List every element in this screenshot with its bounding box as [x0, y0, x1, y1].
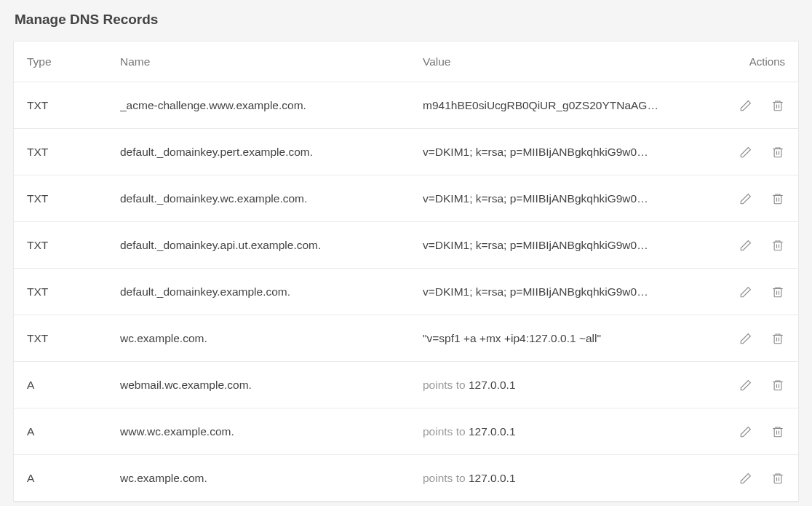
table-row: TXT default._domainkey.wc.example.com. v…	[14, 175, 798, 222]
svg-rect-5	[774, 335, 781, 343]
cell-type: A	[27, 425, 120, 438]
header-actions: Actions	[705, 55, 785, 68]
pencil-icon	[739, 425, 752, 438]
header-value: Value	[423, 55, 705, 68]
trash-icon	[771, 472, 784, 485]
value-main: v=DKIM1; k=rsa; p=MIIBIjANBgkqhkiG9w0…	[423, 285, 648, 298]
table-row: A www.wc.example.com. points to 127.0.0.…	[14, 408, 798, 455]
svg-rect-3	[774, 242, 781, 250]
value-main: 127.0.0.1	[469, 425, 516, 438]
cell-name: wc.example.com.	[120, 332, 423, 345]
svg-rect-1	[774, 149, 781, 157]
table-row: TXT _acme-challenge.www.example.com. m94…	[14, 82, 798, 129]
cell-actions	[705, 331, 785, 346]
cell-type: TXT	[27, 239, 120, 252]
delete-button[interactable]	[771, 145, 785, 159]
cell-actions	[705, 191, 785, 206]
svg-rect-7	[774, 428, 781, 436]
edit-button[interactable]	[739, 191, 753, 206]
table-header-row: Type Name Value Actions	[14, 41, 798, 82]
delete-button[interactable]	[771, 471, 785, 486]
value-prefix: points to	[423, 472, 469, 484]
cell-name: default._domainkey.pert.example.com.	[120, 146, 423, 159]
cell-type: TXT	[27, 146, 120, 159]
cell-value: points to 127.0.0.1	[423, 472, 705, 485]
delete-button[interactable]	[771, 191, 785, 206]
trash-icon	[771, 332, 784, 345]
cell-actions	[705, 238, 785, 253]
delete-button[interactable]	[771, 285, 785, 299]
delete-button[interactable]	[771, 238, 785, 253]
svg-rect-4	[774, 288, 781, 296]
cell-name: webmail.wc.example.com.	[120, 379, 423, 392]
cell-actions	[705, 285, 785, 299]
trash-icon	[771, 285, 784, 299]
delete-button[interactable]	[771, 424, 785, 439]
svg-rect-0	[774, 102, 781, 110]
value-main: v=DKIM1; k=rsa; p=MIIBIjANBgkqhkiG9w0…	[423, 239, 648, 251]
table-row: TXT default._domainkey.pert.example.com.…	[14, 129, 798, 175]
trash-icon	[771, 99, 784, 112]
edit-button[interactable]	[739, 424, 753, 439]
table-row: TXT default._domainkey.example.com. v=DK…	[14, 269, 798, 315]
header-type: Type	[27, 55, 120, 68]
table-row: TXT wc.example.com. "v=spf1 +a +mx +ip4:…	[14, 315, 798, 362]
cell-value: points to 127.0.0.1	[423, 379, 705, 392]
edit-button[interactable]	[739, 238, 753, 253]
value-main: "v=spf1 +a +mx +ip4:127.0.0.1 ~all"	[423, 332, 601, 344]
cell-name: default._domainkey.wc.example.com.	[120, 192, 423, 205]
pencil-icon	[739, 99, 752, 112]
cell-value: v=DKIM1; k=rsa; p=MIIBIjANBgkqhkiG9w0…	[423, 239, 705, 252]
cell-type: TXT	[27, 285, 120, 299]
value-prefix: points to	[423, 425, 469, 438]
cell-type: TXT	[27, 99, 120, 112]
pencil-icon	[739, 472, 752, 485]
edit-button[interactable]	[739, 145, 753, 159]
delete-button[interactable]	[771, 98, 785, 113]
cell-name: wc.example.com.	[120, 472, 423, 485]
cell-actions	[705, 424, 785, 439]
pencil-icon	[739, 192, 752, 205]
table-row: A webmail.wc.example.com. points to 127.…	[14, 362, 798, 408]
pencil-icon	[739, 239, 752, 252]
value-main: v=DKIM1; k=rsa; p=MIIBIjANBgkqhkiG9w0…	[423, 192, 648, 205]
value-main: v=DKIM1; k=rsa; p=MIIBIjANBgkqhkiG9w0…	[423, 146, 648, 158]
delete-button[interactable]	[771, 331, 785, 346]
pencil-icon	[739, 146, 752, 159]
cell-value: v=DKIM1; k=rsa; p=MIIBIjANBgkqhkiG9w0…	[423, 285, 705, 299]
trash-icon	[771, 192, 784, 205]
pencil-icon	[739, 285, 752, 299]
cell-value: "v=spf1 +a +mx +ip4:127.0.0.1 ~all"	[423, 332, 705, 345]
edit-button[interactable]	[739, 98, 753, 113]
cell-actions	[705, 378, 785, 392]
edit-button[interactable]	[739, 331, 753, 346]
edit-button[interactable]	[739, 285, 753, 299]
svg-rect-2	[774, 195, 781, 203]
page-title: Manage DNS Records	[0, 0, 812, 41]
delete-button[interactable]	[771, 378, 785, 392]
cell-value: v=DKIM1; k=rsa; p=MIIBIjANBgkqhkiG9w0…	[423, 146, 705, 159]
value-prefix: points to	[423, 379, 469, 391]
cell-value: points to 127.0.0.1	[423, 425, 705, 438]
cell-type: TXT	[27, 192, 120, 205]
trash-icon	[771, 379, 784, 392]
value-main: 127.0.0.1	[469, 472, 516, 484]
trash-icon	[771, 146, 784, 159]
pencil-icon	[739, 332, 752, 345]
svg-rect-6	[774, 382, 781, 390]
table-row: TXT default._domainkey.api.ut.example.co…	[14, 222, 798, 269]
edit-button[interactable]	[739, 471, 753, 486]
pencil-icon	[739, 379, 752, 392]
trash-icon	[771, 239, 784, 252]
header-name: Name	[120, 55, 423, 68]
dns-records-table: Type Name Value Actions TXT _acme-challe…	[13, 41, 799, 502]
trash-icon	[771, 425, 784, 438]
cell-type: TXT	[27, 332, 120, 345]
cell-name: _acme-challenge.www.example.com.	[120, 99, 423, 112]
svg-rect-8	[774, 475, 781, 483]
cell-value: m941hBE0siUcgRB0QiUR_g0ZS20YTNaAG…	[423, 99, 705, 112]
cell-actions	[705, 471, 785, 486]
table-row: A wc.example.com. points to 127.0.0.1	[14, 455, 798, 502]
edit-button[interactable]	[739, 378, 753, 392]
cell-type: A	[27, 472, 120, 485]
